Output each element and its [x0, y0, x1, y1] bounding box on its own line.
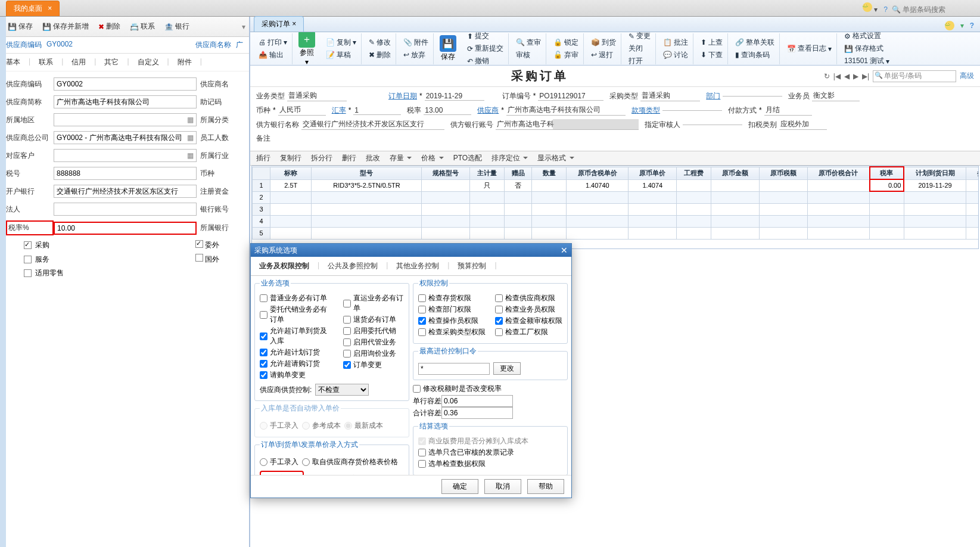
toolbar-bank[interactable]: 🏦 银行 [160, 19, 194, 34]
gt-sort[interactable]: 排序定位 [491, 153, 528, 163]
taxchg-chk[interactable] [413, 385, 421, 393]
hl-date[interactable]: 订单日期 [388, 91, 417, 101]
left-tab-credit[interactable]: 信用 [71, 57, 86, 67]
input-rate[interactable]: 10.00 [54, 222, 197, 235]
gt-dispfmt[interactable]: 显示格式 [537, 153, 574, 163]
rbn-audit[interactable]: 🔍 查审 [514, 37, 543, 48]
rbn-savefmt[interactable]: 💾 保存格式 [842, 43, 892, 54]
hv-sup[interactable]: 广州市高达电子科技有限公司 [506, 105, 626, 116]
nav-prev[interactable]: ◀ [844, 72, 850, 80]
chk-retail[interactable] [24, 269, 32, 277]
barcode-search-input[interactable] [903, 5, 974, 14]
col-gift[interactable]: 赠品 [505, 167, 532, 179]
hv-supacct[interactable]: 广州市高达电子科 [496, 119, 639, 130]
supctrl-select[interactable]: 不检查 [315, 384, 369, 396]
dlg-close[interactable]: ✕ [561, 245, 568, 255]
opt-退货必有订单[interactable]: 退货必有订单 [343, 315, 404, 325]
hv-ptype[interactable]: 普通采购 [640, 91, 700, 101]
toolbar-delete[interactable]: ✖ 删除 [94, 19, 125, 34]
dlg-help[interactable]: 帮助 [527, 479, 564, 494]
opt-检查工厂权限[interactable]: 检查工厂权限 [495, 327, 562, 337]
gt-copyrow[interactable]: 复制行 [280, 153, 301, 163]
chk-service[interactable] [24, 256, 32, 263]
chk-outsource[interactable] [195, 240, 203, 248]
rbn-resubmit[interactable]: ⟳ 重新提交 [465, 43, 506, 54]
table-row[interactable]: 5 [253, 227, 979, 239]
opt-允许超计划订货[interactable]: 允许超计划订货 [260, 347, 334, 358]
input-supcode[interactable]: GY0002 [54, 77, 197, 91]
left-toolbar-more[interactable]: ▾ [242, 23, 245, 31]
tol2-input[interactable] [441, 407, 513, 419]
chk-purchase[interactable] [24, 241, 32, 249]
opt-检查采购类型权限[interactable]: 检查采购类型权限 [418, 327, 486, 337]
opt-普通业务必有订单[interactable]: 普通业务必有订单 [260, 293, 334, 303]
rbn-wholerel[interactable]: 🔗 整单关联 [733, 37, 777, 48]
rbn-barcode[interactable]: ▮ 查询条码 [733, 49, 777, 61]
hl-dept[interactable]: 部门 [706, 91, 720, 101]
gt-delrow[interactable]: 删行 [342, 153, 356, 163]
rbn-withdraw[interactable]: ↶ 撤销 [465, 55, 506, 66]
nav-next[interactable]: ▶ [853, 72, 858, 80]
col-price[interactable]: 原币单价 [629, 167, 677, 179]
rbn-ref[interactable]: ＋参照 ▾ [295, 32, 319, 66]
opt-请购单变更[interactable]: 请购单变更 [260, 370, 334, 380]
opt-检查操作员权限[interactable]: 检查操作员权限 [418, 316, 486, 326]
table-row[interactable]: 12.5TRID3*3*5-2.5TN/0.5TR只否1.407401.4074… [253, 179, 979, 191]
rbn-copy[interactable]: 📄 复制 ▾ [323, 37, 359, 48]
col-name[interactable]: 标称 [270, 167, 312, 179]
col-model[interactable]: 型号 [312, 167, 422, 179]
gt-stock[interactable]: 存量 [390, 153, 412, 163]
rbn-downcheck[interactable]: ⬇ 下查 [698, 49, 725, 61]
hl-paytype[interactable]: 款项类型 [631, 105, 660, 116]
rbn-unlock[interactable]: 🔓 弃审 [551, 49, 581, 61]
col-taxprice[interactable]: 原币含税单价 [567, 167, 629, 179]
rbn-fmt[interactable]: ⚙ 格式设置 [842, 32, 892, 42]
input-legal[interactable] [54, 203, 197, 216]
hv-rate[interactable]: 1 [353, 106, 401, 115]
rbn-print[interactable]: 🖨 打印 ▾ [256, 37, 290, 48]
gt-split[interactable]: 拆分行 [311, 153, 332, 163]
col-refcost[interactable]: 参考成本 [966, 167, 979, 179]
rbn-viewlog[interactable]: 📅 查看日志 ▾ [785, 43, 834, 54]
hv-curr[interactable]: 人民币 [278, 105, 326, 116]
pw-manual[interactable] [260, 458, 267, 466]
rbn-edit[interactable]: ✎ 修改 [366, 37, 393, 48]
rbn-return[interactable]: ↩ 退打 [589, 49, 618, 61]
table-row[interactable]: 3 [253, 203, 979, 215]
rbn-upcheck[interactable]: ⬆ 上查 [698, 37, 725, 48]
nav-first[interactable]: |◀ [833, 72, 841, 80]
col-qty[interactable]: 数量 [532, 167, 567, 179]
hv-auditor[interactable] [683, 125, 742, 125]
hv-paytype[interactable] [662, 110, 722, 111]
input-short[interactable]: 广州市高达电子科技有限公司 [54, 95, 197, 108]
maxprice-input[interactable] [418, 363, 490, 375]
dlg-tab-2[interactable]: 其他业务控制 [391, 259, 444, 273]
gt-pto[interactable]: PTO选配 [453, 153, 482, 163]
rbn-fmtsel[interactable]: 131501 测试 ▾ [842, 55, 892, 66]
rbn-auditmgr[interactable]: 审核 [514, 49, 543, 61]
rbn-lock[interactable]: 🔒 锁定 [551, 37, 581, 48]
rbn-export[interactable]: 📤 输出 [256, 49, 290, 61]
dlg-ok[interactable]: 确定 [441, 479, 478, 494]
opt-启用委托代销[interactable]: 启用委托代销 [343, 326, 404, 336]
rbn-attach[interactable]: 📎 附件 [401, 37, 431, 48]
hv-btype[interactable]: 普通采购 [287, 91, 347, 101]
settle3[interactable] [418, 460, 426, 468]
left-tab-custom[interactable]: 自定义 [138, 57, 159, 67]
input-taxno[interactable]: 888888 [54, 167, 197, 180]
hv-date[interactable]: 2019-11-29 [425, 92, 484, 101]
col-plandate[interactable]: 计划到货日期 [904, 167, 966, 179]
input-bank[interactable]: 交通银行广州经济技术开发区东区支行 [54, 185, 197, 198]
tol1-input[interactable] [441, 395, 513, 407]
col-unit[interactable]: 主计量 [470, 167, 505, 179]
rbn-open[interactable]: 打开 [626, 55, 653, 66]
rbn-save[interactable]: 💾保存 [436, 34, 460, 63]
hv-clerk[interactable]: 衡文影 [812, 91, 860, 101]
nav-refresh[interactable]: ↻ [824, 72, 830, 80]
rbn-discuss[interactable]: 💬 讨论 [661, 49, 690, 61]
rbn-abandon[interactable]: ↩ 放弃 [401, 49, 431, 61]
toolbar-save-new[interactable]: 💾 保存并新增 [38, 19, 93, 34]
rbn-draft[interactable]: 📝 草稿 [323, 49, 359, 61]
hv-dept[interactable] [723, 96, 782, 97]
dlg-cancel[interactable]: 取消 [484, 479, 521, 494]
